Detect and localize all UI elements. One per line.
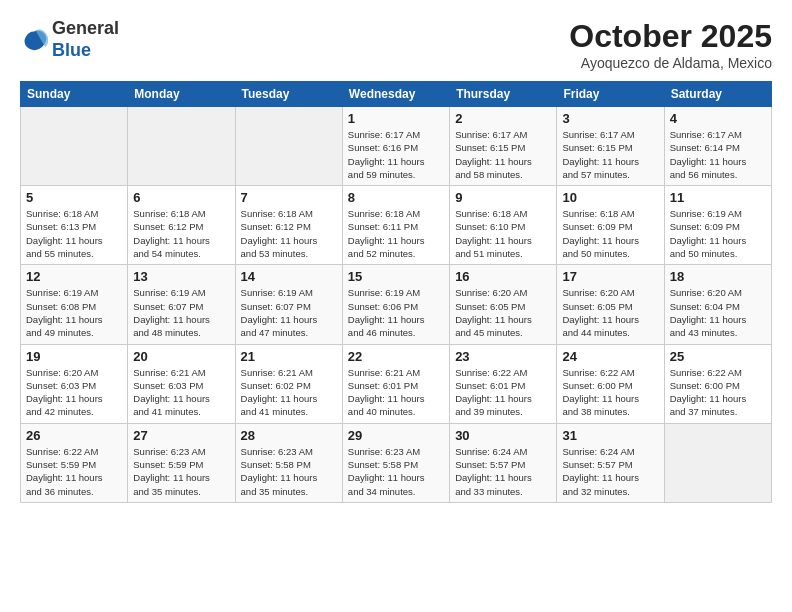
page: General Blue October 2025 Ayoquezco de A…	[0, 0, 792, 612]
day-info: Sunrise: 6:18 AM Sunset: 6:12 PM Dayligh…	[133, 207, 229, 260]
calendar-day-13: 13Sunrise: 6:19 AM Sunset: 6:07 PM Dayli…	[128, 265, 235, 344]
title-area: October 2025 Ayoquezco de Aldama, Mexico	[569, 18, 772, 71]
calendar-day-27: 27Sunrise: 6:23 AM Sunset: 5:59 PM Dayli…	[128, 423, 235, 502]
day-info: Sunrise: 6:23 AM Sunset: 5:58 PM Dayligh…	[241, 445, 337, 498]
day-info: Sunrise: 6:21 AM Sunset: 6:01 PM Dayligh…	[348, 366, 444, 419]
calendar-day-1: 1Sunrise: 6:17 AM Sunset: 6:16 PM Daylig…	[342, 107, 449, 186]
day-number: 26	[26, 428, 122, 443]
header-area: General Blue October 2025 Ayoquezco de A…	[20, 18, 772, 71]
calendar-header-thursday: Thursday	[450, 82, 557, 107]
day-info: Sunrise: 6:17 AM Sunset: 6:15 PM Dayligh…	[455, 128, 551, 181]
day-number: 20	[133, 349, 229, 364]
calendar-header-saturday: Saturday	[664, 82, 771, 107]
day-info: Sunrise: 6:24 AM Sunset: 5:57 PM Dayligh…	[562, 445, 658, 498]
calendar-day-10: 10Sunrise: 6:18 AM Sunset: 6:09 PM Dayli…	[557, 186, 664, 265]
day-number: 14	[241, 269, 337, 284]
calendar-day-29: 29Sunrise: 6:23 AM Sunset: 5:58 PM Dayli…	[342, 423, 449, 502]
day-info: Sunrise: 6:18 AM Sunset: 6:09 PM Dayligh…	[562, 207, 658, 260]
day-number: 22	[348, 349, 444, 364]
calendar-day-28: 28Sunrise: 6:23 AM Sunset: 5:58 PM Dayli…	[235, 423, 342, 502]
logo: General Blue	[20, 18, 119, 61]
calendar-day-19: 19Sunrise: 6:20 AM Sunset: 6:03 PM Dayli…	[21, 344, 128, 423]
day-number: 10	[562, 190, 658, 205]
day-number: 29	[348, 428, 444, 443]
day-info: Sunrise: 6:19 AM Sunset: 6:08 PM Dayligh…	[26, 286, 122, 339]
calendar-day-16: 16Sunrise: 6:20 AM Sunset: 6:05 PM Dayli…	[450, 265, 557, 344]
calendar-day-9: 9Sunrise: 6:18 AM Sunset: 6:10 PM Daylig…	[450, 186, 557, 265]
calendar-day-3: 3Sunrise: 6:17 AM Sunset: 6:15 PM Daylig…	[557, 107, 664, 186]
day-info: Sunrise: 6:21 AM Sunset: 6:02 PM Dayligh…	[241, 366, 337, 419]
day-number: 18	[670, 269, 766, 284]
logo-general: General	[52, 18, 119, 38]
logo-icon	[20, 26, 48, 54]
day-info: Sunrise: 6:22 AM Sunset: 6:01 PM Dayligh…	[455, 366, 551, 419]
calendar-day-25: 25Sunrise: 6:22 AM Sunset: 6:00 PM Dayli…	[664, 344, 771, 423]
day-number: 16	[455, 269, 551, 284]
day-number: 28	[241, 428, 337, 443]
calendar-week-row: 12Sunrise: 6:19 AM Sunset: 6:08 PM Dayli…	[21, 265, 772, 344]
calendar-day-6: 6Sunrise: 6:18 AM Sunset: 6:12 PM Daylig…	[128, 186, 235, 265]
day-info: Sunrise: 6:20 AM Sunset: 6:04 PM Dayligh…	[670, 286, 766, 339]
day-info: Sunrise: 6:17 AM Sunset: 6:14 PM Dayligh…	[670, 128, 766, 181]
day-info: Sunrise: 6:22 AM Sunset: 5:59 PM Dayligh…	[26, 445, 122, 498]
calendar-empty-cell	[21, 107, 128, 186]
day-info: Sunrise: 6:18 AM Sunset: 6:13 PM Dayligh…	[26, 207, 122, 260]
day-number: 19	[26, 349, 122, 364]
day-info: Sunrise: 6:22 AM Sunset: 6:00 PM Dayligh…	[670, 366, 766, 419]
calendar-empty-cell	[235, 107, 342, 186]
calendar-day-14: 14Sunrise: 6:19 AM Sunset: 6:07 PM Dayli…	[235, 265, 342, 344]
day-number: 2	[455, 111, 551, 126]
day-number: 1	[348, 111, 444, 126]
day-number: 9	[455, 190, 551, 205]
calendar-day-2: 2Sunrise: 6:17 AM Sunset: 6:15 PM Daylig…	[450, 107, 557, 186]
calendar-day-30: 30Sunrise: 6:24 AM Sunset: 5:57 PM Dayli…	[450, 423, 557, 502]
day-info: Sunrise: 6:19 AM Sunset: 6:07 PM Dayligh…	[133, 286, 229, 339]
calendar-week-row: 26Sunrise: 6:22 AM Sunset: 5:59 PM Dayli…	[21, 423, 772, 502]
day-number: 12	[26, 269, 122, 284]
calendar-day-12: 12Sunrise: 6:19 AM Sunset: 6:08 PM Dayli…	[21, 265, 128, 344]
day-info: Sunrise: 6:18 AM Sunset: 6:10 PM Dayligh…	[455, 207, 551, 260]
calendar-day-4: 4Sunrise: 6:17 AM Sunset: 6:14 PM Daylig…	[664, 107, 771, 186]
day-info: Sunrise: 6:21 AM Sunset: 6:03 PM Dayligh…	[133, 366, 229, 419]
day-number: 30	[455, 428, 551, 443]
calendar-table: SundayMondayTuesdayWednesdayThursdayFrid…	[20, 81, 772, 503]
calendar-day-31: 31Sunrise: 6:24 AM Sunset: 5:57 PM Dayli…	[557, 423, 664, 502]
day-info: Sunrise: 6:20 AM Sunset: 6:03 PM Dayligh…	[26, 366, 122, 419]
day-number: 3	[562, 111, 658, 126]
day-number: 4	[670, 111, 766, 126]
day-info: Sunrise: 6:24 AM Sunset: 5:57 PM Dayligh…	[455, 445, 551, 498]
day-number: 11	[670, 190, 766, 205]
calendar-header-sunday: Sunday	[21, 82, 128, 107]
calendar-header-row: SundayMondayTuesdayWednesdayThursdayFrid…	[21, 82, 772, 107]
day-info: Sunrise: 6:20 AM Sunset: 6:05 PM Dayligh…	[455, 286, 551, 339]
logo-text: General Blue	[52, 18, 119, 61]
day-number: 15	[348, 269, 444, 284]
calendar-empty-cell	[664, 423, 771, 502]
calendar-day-8: 8Sunrise: 6:18 AM Sunset: 6:11 PM Daylig…	[342, 186, 449, 265]
day-number: 31	[562, 428, 658, 443]
day-number: 13	[133, 269, 229, 284]
day-info: Sunrise: 6:23 AM Sunset: 5:58 PM Dayligh…	[348, 445, 444, 498]
day-number: 7	[241, 190, 337, 205]
calendar-header-friday: Friday	[557, 82, 664, 107]
day-number: 5	[26, 190, 122, 205]
calendar-week-row: 5Sunrise: 6:18 AM Sunset: 6:13 PM Daylig…	[21, 186, 772, 265]
calendar-day-17: 17Sunrise: 6:20 AM Sunset: 6:05 PM Dayli…	[557, 265, 664, 344]
day-info: Sunrise: 6:18 AM Sunset: 6:12 PM Dayligh…	[241, 207, 337, 260]
day-info: Sunrise: 6:17 AM Sunset: 6:16 PM Dayligh…	[348, 128, 444, 181]
day-info: Sunrise: 6:18 AM Sunset: 6:11 PM Dayligh…	[348, 207, 444, 260]
day-number: 25	[670, 349, 766, 364]
day-number: 24	[562, 349, 658, 364]
day-number: 6	[133, 190, 229, 205]
day-number: 27	[133, 428, 229, 443]
calendar-header-monday: Monday	[128, 82, 235, 107]
day-info: Sunrise: 6:17 AM Sunset: 6:15 PM Dayligh…	[562, 128, 658, 181]
day-info: Sunrise: 6:22 AM Sunset: 6:00 PM Dayligh…	[562, 366, 658, 419]
day-info: Sunrise: 6:19 AM Sunset: 6:09 PM Dayligh…	[670, 207, 766, 260]
calendar-week-row: 19Sunrise: 6:20 AM Sunset: 6:03 PM Dayli…	[21, 344, 772, 423]
day-number: 21	[241, 349, 337, 364]
calendar-day-7: 7Sunrise: 6:18 AM Sunset: 6:12 PM Daylig…	[235, 186, 342, 265]
calendar-day-18: 18Sunrise: 6:20 AM Sunset: 6:04 PM Dayli…	[664, 265, 771, 344]
day-number: 23	[455, 349, 551, 364]
calendar-day-26: 26Sunrise: 6:22 AM Sunset: 5:59 PM Dayli…	[21, 423, 128, 502]
